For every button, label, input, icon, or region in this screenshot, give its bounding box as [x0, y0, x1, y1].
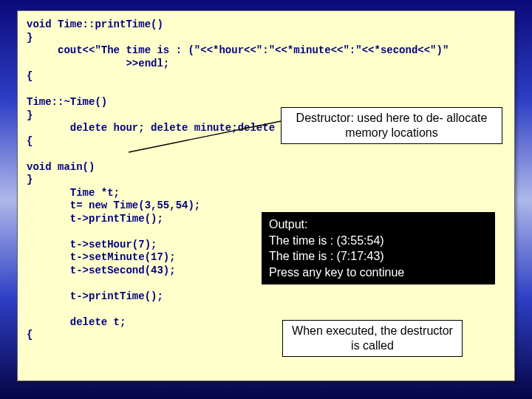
slide: void Time::printTime() } cout<<"The time…	[17, 10, 515, 381]
code-block: void Time::printTime() } cout<<"The time…	[18, 11, 514, 342]
output-box: Output: The time is : (3:55:54) The time…	[262, 212, 495, 284]
executed-callout: When executed, the destructor is called	[282, 320, 463, 357]
destructor-callout: Destructor: used here to de- allocate me…	[281, 107, 502, 144]
arrow-line	[129, 118, 284, 155]
svg-line-0	[129, 121, 281, 152]
